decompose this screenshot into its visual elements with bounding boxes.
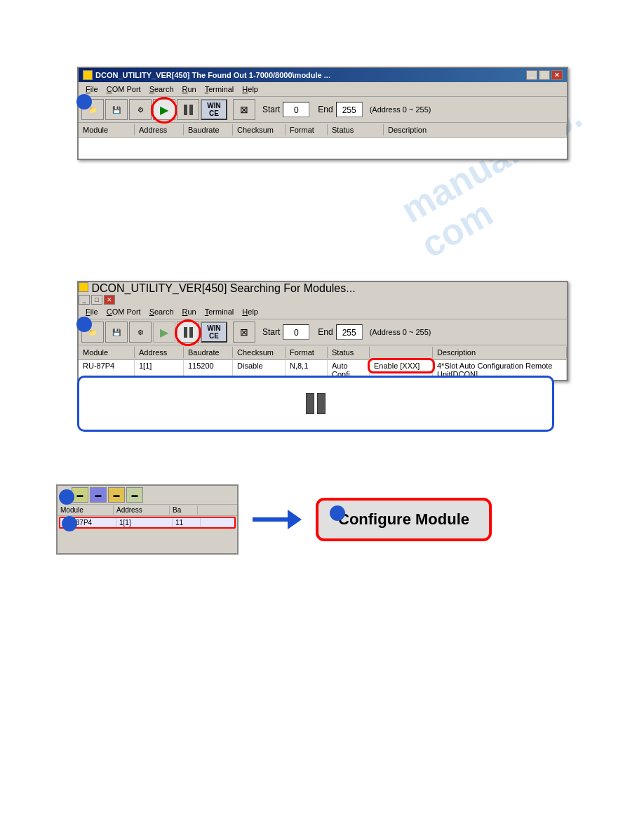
w2-open-button[interactable]: 📁 — [81, 322, 104, 343]
crop-col-baudrate: Ba — [170, 505, 198, 515]
w2-end-value: 255 — [336, 324, 363, 340]
stop-button[interactable]: ⊠ — [233, 99, 255, 120]
range-label: (Address 0 ~ 255) — [370, 105, 431, 114]
start-label: Start — [262, 105, 280, 114]
w2-col-status2 — [370, 347, 433, 358]
w2-config-icon: ⚙ — [137, 329, 144, 336]
w2-stop-button[interactable]: ⊠ — [233, 322, 255, 343]
w2-wince-ce-label: CE — [209, 332, 219, 340]
crop-btn3: ▬ — [108, 487, 125, 503]
maximize-button[interactable]: □ — [539, 70, 550, 80]
crop-col-address: Address — [114, 505, 170, 515]
crop-toolbar: ▬ ▬ ▬ ▬ — [70, 486, 237, 505]
menu-help[interactable]: Help — [238, 84, 262, 95]
end-value: 255 — [336, 102, 363, 117]
w2-wince-button[interactable]: WIN CE — [201, 322, 227, 343]
configure-module-button[interactable]: Configure Module — [316, 498, 492, 541]
window1-title: DCON_UTILITY_VER[450] The Found Out 1-70… — [95, 71, 330, 79]
w2-menu-comport[interactable]: COM Port — [102, 306, 145, 317]
w2-col-module: Module — [79, 347, 135, 358]
close-button[interactable]: ✕ — [551, 70, 563, 80]
w2-minimize-button[interactable]: _ — [79, 295, 90, 305]
w2-start-label: Start — [262, 327, 280, 337]
col-address: Address — [135, 124, 184, 135]
w2-save-icon: 💾 — [112, 329, 121, 336]
menu-search[interactable]: Search — [145, 84, 178, 95]
pause-icon-large — [306, 393, 326, 414]
w2-menu-help[interactable]: Help — [238, 306, 262, 317]
window1-menubar: File COM Port Search Run Terminal Help — [79, 82, 567, 97]
arrow-right — [253, 510, 302, 529]
w2-menu-terminal[interactable]: Terminal — [201, 306, 239, 317]
w2-play-icon: ▶ — [160, 326, 168, 339]
menu-file[interactable]: File — [81, 84, 102, 95]
w2-close-button[interactable]: ✕ — [104, 295, 115, 305]
w2-col-checksum: Checksum — [233, 347, 286, 358]
start-value: 0 — [283, 102, 309, 117]
window2-title: DCON_UTILITY_VER[450] Searching For Modu… — [91, 282, 355, 294]
col-description: Description — [384, 124, 567, 135]
w2-menu-search[interactable]: Search — [145, 306, 178, 317]
w2-menu-file[interactable]: File — [81, 306, 102, 317]
w2-start-value: 0 — [283, 324, 309, 340]
blue-box — [77, 376, 554, 432]
save-icon: 💾 — [112, 106, 121, 114]
crop-btn2: ▬ — [90, 487, 107, 503]
w2-wince-label: WIN — [207, 324, 220, 332]
pause-icon — [184, 105, 193, 115]
menu-comport[interactable]: COM Port — [102, 84, 145, 95]
window1-icon — [83, 70, 93, 80]
config-icon: ⚙ — [137, 106, 144, 114]
w2-save-button[interactable]: 💾 — [105, 322, 128, 343]
w2-stop-icon: ⊠ — [240, 326, 248, 338]
col-status: Status — [328, 124, 384, 135]
window2: DCON_UTILITY_VER[450] Searching For Modu… — [77, 281, 568, 381]
w2-col-description: Description — [433, 347, 567, 358]
w2-col-status1: Status — [328, 347, 370, 358]
menu-run[interactable]: Run — [178, 84, 201, 95]
window1-toolbar: 📁 💾 ⚙ ▶ WIN CE ⊠ Start — [79, 97, 567, 123]
w2-menu-run[interactable]: Run — [178, 306, 201, 317]
end-label: End — [318, 105, 333, 114]
w2-col-address: Address — [135, 347, 184, 358]
wince-button[interactable]: WIN CE — [201, 99, 227, 120]
w2-maximize-button[interactable]: □ — [91, 295, 102, 305]
window1-colheader: Module Address Baudrate Checksum Format … — [79, 123, 567, 138]
open-button[interactable]: 📁 — [81, 99, 104, 120]
window2-colheader: Module Address Baudrate Checksum Format … — [79, 345, 567, 360]
window1-titlebar: DCON_UTILITY_VER[450] The Found Out 1-70… — [79, 68, 567, 82]
w2-pause-button[interactable] — [177, 322, 199, 343]
play-icon: ▶ — [160, 103, 168, 117]
window1: DCON_UTILITY_VER[450] The Found Out 1-70… — [77, 67, 568, 160]
window2-menubar: File COM Port Search Run Terminal Help — [79, 305, 567, 319]
run-button[interactable]: ▶ — [153, 99, 175, 120]
crop-colheader: Module Address Ba — [58, 505, 237, 516]
bottom-section: ▬ ▬ ▬ ▬ Module Address Ba RU-87P4 1[1] 1… — [56, 484, 582, 555]
crop-blue-dot — [59, 489, 74, 505]
minimize-button[interactable]: _ — [526, 70, 537, 80]
bottom-blue-dot-arrow — [330, 505, 345, 521]
col-module: Module — [79, 124, 135, 135]
col-checksum: Checksum — [233, 124, 286, 135]
window2-icon — [79, 282, 88, 292]
config-button[interactable]: ⚙ — [129, 99, 152, 120]
window2-toolbar: 📁 💾 ⚙ ▶ WIN CE ⊠ Start — [79, 319, 567, 345]
crop-col-module: Module — [58, 505, 114, 515]
pause-button[interactable] — [177, 99, 199, 120]
w2-run-button[interactable]: ▶ — [153, 322, 175, 343]
w2-end-label: End — [318, 327, 333, 337]
menu-terminal[interactable]: Terminal — [201, 84, 239, 95]
w2-col-baudrate: Baudrate — [184, 347, 233, 358]
bottom-blue-dot-left — [62, 516, 77, 531]
w2-config-button[interactable]: ⚙ — [129, 322, 152, 343]
save-button[interactable]: 💾 — [105, 99, 128, 120]
wince-label: WIN — [207, 102, 220, 110]
w2-range-label: (Address 0 ~ 255) — [370, 328, 431, 336]
screenshot-crop: ▬ ▬ ▬ ▬ Module Address Ba RU-87P4 1[1] 1… — [56, 484, 239, 555]
crop-btn4: ▬ — [126, 487, 143, 503]
crop-baudrate-val: 11 — [173, 518, 201, 527]
col-baudrate: Baudrate — [184, 124, 233, 135]
w2-pause-icon — [184, 327, 193, 338]
window2-titlebar: DCON_UTILITY_VER[450] Searching For Modu… — [79, 282, 567, 305]
crop-address-val: 1[1] — [116, 518, 173, 527]
